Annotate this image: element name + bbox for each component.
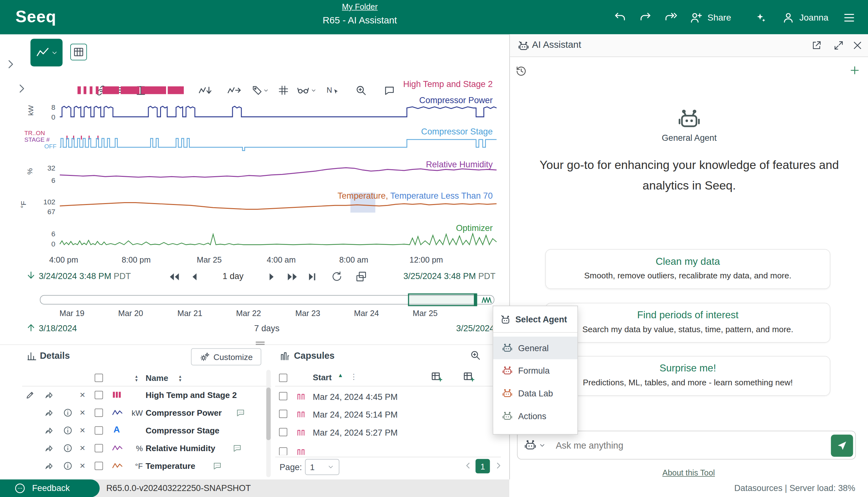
remove-item-icon[interactable]: × [80,443,85,454]
row-checkbox[interactable] [279,447,287,455]
name-column-header[interactable]: Name [145,373,168,383]
agent-selector-button[interactable] [524,439,546,452]
investigate-arrow-icon[interactable] [26,322,37,333]
display-range-start[interactable]: 3/24/2024 3:48 PM PDT [39,271,131,282]
item-name[interactable]: Compressor Power [145,408,222,417]
series-label-humidity[interactable]: Relative Humidity [277,159,493,170]
breadcrumb[interactable]: My Folder [249,2,471,11]
assistant-input[interactable] [555,439,793,451]
details-row[interactable]: × % Relative Humidity [22,440,271,457]
range-duration[interactable]: 1 day [214,271,253,282]
prev-page-icon[interactable] [463,460,474,471]
capsule-row-partial[interactable] [275,444,501,455]
remove-item-icon[interactable]: × [80,408,85,418]
next-page-icon[interactable] [493,460,501,471]
ai-sparkle-icon[interactable] [752,9,770,27]
item-name[interactable]: Relative Humidity [145,443,215,453]
step-forward-double-icon[interactable] [286,272,299,283]
table-view-button[interactable] [70,44,87,60]
item-comment-icon[interactable] [236,408,245,417]
current-page-button[interactable]: 1 [475,459,490,473]
timebar-selection[interactable] [408,294,477,306]
row-checkbox[interactable] [95,391,103,399]
duplicate-range-icon[interactable] [356,271,367,283]
share-item-icon[interactable] [44,408,54,417]
series-swatch-temperature[interactable] [112,462,123,470]
timebar-zigzag-icon[interactable] [480,295,494,305]
timebar-selection-handle[interactable] [474,294,477,306]
share-item-icon[interactable] [44,443,54,453]
splitter-handle[interactable] [256,340,265,346]
hamburger-menu-icon[interactable] [840,9,858,27]
left-panel-expander[interactable] [4,58,17,71]
sort-name-icon[interactable]: ▲▼ [178,374,182,382]
new-chat-icon[interactable] [849,64,861,76]
feedback-button[interactable]: Feedback [0,480,100,497]
sort-color-icon[interactable]: ▲▼ [134,374,138,382]
redo-icon[interactable] [637,9,654,27]
step-back-icon[interactable] [190,272,198,283]
share-item-icon[interactable] [44,390,54,400]
item-name[interactable]: Compressor Stage [145,426,219,435]
capsule-row[interactable]: Mar 24, 2024 4:45 PM [275,387,501,405]
series-label-stage[interactable]: Compressor Stage [277,127,493,137]
details-row[interactable]: × kW Compressor Power [22,404,271,422]
about-tool-link[interactable]: About this Tool [633,469,744,478]
series-label-power[interactable]: Compressor Power [277,95,493,105]
select-all-capsules-checkbox[interactable] [279,374,287,382]
item-name[interactable]: High Temp and Stage 2 [145,390,236,400]
capsule-row[interactable]: Mar 24, 2024 5:14 PM [275,405,501,423]
share-item-icon[interactable] [44,461,54,471]
remove-item-icon[interactable]: × [80,425,85,436]
send-button[interactable] [831,435,853,457]
share-item-icon[interactable] [44,426,54,435]
redo-all-icon[interactable] [662,9,680,27]
investigate-start[interactable]: 3/18/2024 [39,323,77,333]
suggestion-card-clean[interactable]: Clean my data Smooth, remove outliers, r… [545,249,830,289]
row-checkbox[interactable] [279,392,287,400]
remove-item-icon[interactable]: × [80,460,85,472]
remove-item-icon[interactable]: × [80,390,85,401]
customize-button[interactable]: Customize [191,348,261,365]
series-swatch-humidity[interactable] [112,444,123,452]
trend-view-button[interactable] [30,39,63,67]
row-checkbox[interactable] [279,410,287,418]
close-icon[interactable] [852,40,863,51]
details-scrollbar-thumb[interactable] [266,387,271,440]
info-icon[interactable] [63,443,73,453]
series-swatch-power[interactable] [112,409,123,417]
item-name[interactable]: Temperature [145,461,195,471]
suggestion-card-periods[interactable]: Find periods of interest Search my data … [545,303,830,343]
investigate-end[interactable]: 3/25/2024 [426,323,494,333]
datasources-link[interactable]: Datasources [734,483,782,493]
suggestion-card-surprise[interactable]: Surprise me! Predictions, ML, tables, an… [545,356,830,396]
history-icon[interactable] [515,66,527,77]
menu-item-data-lab[interactable]: Data Lab [493,382,577,405]
column-kebab-icon[interactable]: ⋮ [350,372,358,381]
chart-panel-expander[interactable] [15,83,28,95]
row-checkbox[interactable] [95,426,103,435]
open-in-new-icon[interactable] [811,40,822,51]
add-column-icon[interactable] [431,371,443,383]
menu-item-formula[interactable]: Formula [493,359,577,382]
refresh-icon[interactable] [331,271,343,283]
seeq-logo[interactable]: Seeq [15,7,56,26]
display-range-end[interactable]: 3/25/2024 3:48 PM PDT [388,271,495,282]
investigate-duration[interactable]: 7 days [217,323,317,333]
user-menu[interactable]: Joanna [782,9,828,27]
series-label-temp-lt[interactable]: Temperature Less Than 70 [388,191,493,201]
add-column-icon[interactable] [463,371,475,383]
expand-icon[interactable] [833,40,844,51]
item-comment-icon[interactable] [232,443,242,453]
start-column-header[interactable]: Start [313,373,332,382]
series-label-optimizer[interactable]: Optimizer [277,223,493,233]
info-icon[interactable] [63,461,73,471]
details-row[interactable]: × High Temp and Stage 2 [22,387,271,404]
row-checkbox[interactable] [95,462,103,470]
capsules-zoom-icon[interactable] [470,350,481,361]
info-icon[interactable] [63,408,73,417]
series-swatch-high-temp[interactable] [112,390,122,401]
pencil-icon[interactable] [26,390,35,400]
info-icon[interactable] [63,426,73,435]
step-forward-icon[interactable] [269,272,276,283]
